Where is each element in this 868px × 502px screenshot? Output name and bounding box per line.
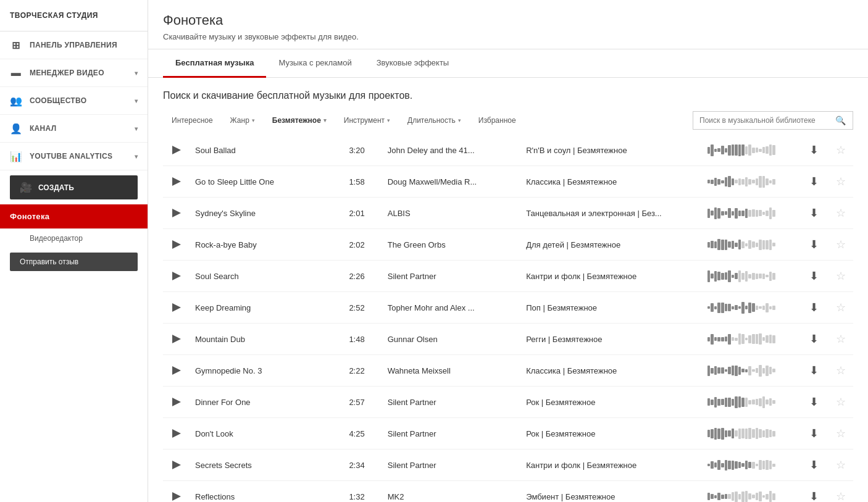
track-duration: 4:25	[344, 418, 382, 450]
table-row: Go to Sleep Little One 1:58 Doug Maxwell…	[163, 166, 853, 198]
favorite-button[interactable]: ☆	[833, 267, 848, 285]
favorite-button[interactable]: ☆	[833, 298, 848, 317]
track-waveform	[703, 292, 799, 324]
favorite-button[interactable]: ☆	[833, 141, 848, 159]
track-name: Keep Dreaming	[190, 292, 344, 324]
track-name: Don't Look	[190, 418, 344, 450]
play-button[interactable]	[168, 488, 185, 502]
play-button[interactable]	[168, 330, 185, 348]
chevron-down-icon: ▾	[323, 117, 327, 123]
content-area: Поиск и скачивание бесплатной музыки для…	[148, 78, 868, 502]
play-button[interactable]	[168, 425, 185, 442]
sidebar-item-community[interactable]: 👥 СООБЩЕСТВО ▾	[0, 87, 148, 115]
download-button[interactable]: ⬇	[804, 393, 824, 411]
track-genre: Рок | Безмятежное	[521, 418, 703, 450]
favorite-button[interactable]: ☆	[833, 172, 848, 191]
track-genre: Кантри и фолк | Безмятежное	[521, 261, 703, 292]
track-duration: 3:20	[344, 135, 382, 166]
track-name: Sydney's Skyline	[190, 198, 344, 229]
download-button[interactable]: ⬇	[804, 424, 824, 443]
sidebar-item-dashboard[interactable]: ⊞ ПАНЕЛЬ УПРАВЛЕНИЯ	[0, 31, 148, 59]
page-header: Фонотека Скачивайте музыку и звуковые эф…	[148, 0, 868, 49]
favorite-button[interactable]: ☆	[833, 330, 848, 348]
sidebar-item-video-editor[interactable]: Видеоредактор	[0, 229, 148, 248]
download-button[interactable]: ⬇	[804, 141, 824, 159]
record-icon: 🎥	[20, 182, 32, 193]
play-button[interactable]	[168, 236, 185, 253]
analytics-icon: 📊	[10, 150, 22, 162]
filter-duration[interactable]: Длительность ▾	[399, 111, 470, 130]
filter-favorites[interactable]: Избранное	[470, 111, 525, 130]
filter-calm[interactable]: Безмятежное ▾	[264, 111, 335, 130]
play-button[interactable]	[168, 393, 185, 411]
filter-genre[interactable]: Жанр ▾	[222, 111, 264, 130]
sidebar-item-channel[interactable]: 👤 КАНАЛ ▾	[0, 115, 148, 143]
download-button[interactable]: ⬇	[804, 298, 824, 317]
section-title: Поиск и скачивание бесплатной музыки для…	[163, 90, 853, 101]
favorite-button[interactable]: ☆	[833, 235, 848, 254]
track-waveform	[703, 450, 799, 481]
chevron-down-icon: ▾	[458, 117, 461, 123]
track-genre: Для детей | Безмятежное	[521, 229, 703, 261]
track-duration: 2:22	[344, 355, 382, 387]
play-button[interactable]	[168, 299, 185, 316]
chevron-down-icon: ▾	[387, 117, 390, 123]
music-table: Soul Ballad 3:20 John Deley and the 41..…	[163, 135, 853, 502]
favorite-button[interactable]: ☆	[833, 204, 848, 222]
track-genre: Кантри и фолк | Безмятежное	[521, 450, 703, 481]
tabs-bar: Бесплатная музыка Музыка с рекламой Звук…	[148, 49, 868, 78]
track-name: Reflections	[190, 481, 344, 503]
sidebar-item-label: КАНАЛ	[30, 124, 56, 133]
download-button[interactable]: ⬇	[804, 172, 824, 191]
track-duration: 1:58	[344, 166, 382, 198]
table-row: Gymnopedie No. 3 2:22 Wahneta Meixsell К…	[163, 355, 853, 387]
sidebar-item-phonoteka[interactable]: Фонотека	[0, 204, 148, 229]
favorite-button[interactable]: ☆	[833, 361, 848, 380]
download-button[interactable]: ⬇	[804, 235, 824, 254]
feedback-button[interactable]: Отправить отзыв	[10, 253, 138, 271]
play-button[interactable]	[168, 173, 185, 190]
download-button[interactable]: ⬇	[804, 456, 824, 474]
favorite-button[interactable]: ☆	[833, 424, 848, 443]
download-button[interactable]: ⬇	[804, 204, 824, 222]
search-input[interactable]	[699, 116, 835, 125]
filter-interesting[interactable]: Интересное	[163, 111, 222, 130]
play-button[interactable]	[168, 204, 185, 222]
create-button[interactable]: 🎥 СОЗДАТЬ	[10, 175, 138, 199]
search-icon[interactable]: 🔍	[835, 115, 846, 125]
chevron-down-icon: ▾	[135, 70, 138, 77]
play-button[interactable]	[168, 267, 185, 285]
track-duration: 2:52	[344, 292, 382, 324]
track-genre: Танцевальная и электронная | Без...	[521, 198, 703, 229]
tab-ad-music[interactable]: Музыка с рекламой	[266, 49, 364, 78]
download-button[interactable]: ⬇	[804, 361, 824, 380]
track-artist: John Deley and the 41...	[383, 135, 521, 166]
sidebar-item-analytics[interactable]: 📊 YOUTUBE ANALYTICS ▾	[0, 143, 148, 170]
favorite-button[interactable]: ☆	[833, 393, 848, 411]
tab-sfx[interactable]: Звуковые эффекты	[364, 49, 462, 78]
video-editor-label: Видеоредактор	[30, 234, 83, 243]
download-button[interactable]: ⬇	[804, 330, 824, 348]
tab-free-music[interactable]: Бесплатная музыка	[163, 49, 266, 78]
track-name: Soul Ballad	[190, 135, 344, 166]
play-button[interactable]	[168, 141, 185, 159]
table-row: Reflections 1:32 MK2 Эмбиент | Безмятежн…	[163, 481, 853, 503]
track-genre: Регги | Безмятежное	[521, 324, 703, 355]
sidebar-item-video-manager[interactable]: ▬ МЕНЕДЖЕР ВИДЕО ▾	[0, 59, 148, 87]
download-button[interactable]: ⬇	[804, 487, 824, 502]
track-waveform	[703, 387, 799, 418]
track-artist: Silent Partner	[383, 261, 521, 292]
table-row: Dinner For One 2:57 Silent Partner Рок |…	[163, 387, 853, 418]
track-waveform	[703, 324, 799, 355]
track-waveform	[703, 166, 799, 198]
sidebar-item-label: YOUTUBE ANALYTICS	[30, 152, 112, 161]
page-subtitle: Скачивайте музыку и звуковые эффекты для…	[163, 32, 853, 41]
play-button[interactable]	[168, 456, 185, 474]
play-button[interactable]	[168, 362, 185, 379]
track-duration: 1:48	[344, 324, 382, 355]
favorite-button[interactable]: ☆	[833, 456, 848, 474]
favorite-button[interactable]: ☆	[833, 487, 848, 502]
track-duration: 2:01	[344, 198, 382, 229]
filter-instrument[interactable]: Инструмент ▾	[335, 111, 399, 130]
download-button[interactable]: ⬇	[804, 267, 824, 285]
